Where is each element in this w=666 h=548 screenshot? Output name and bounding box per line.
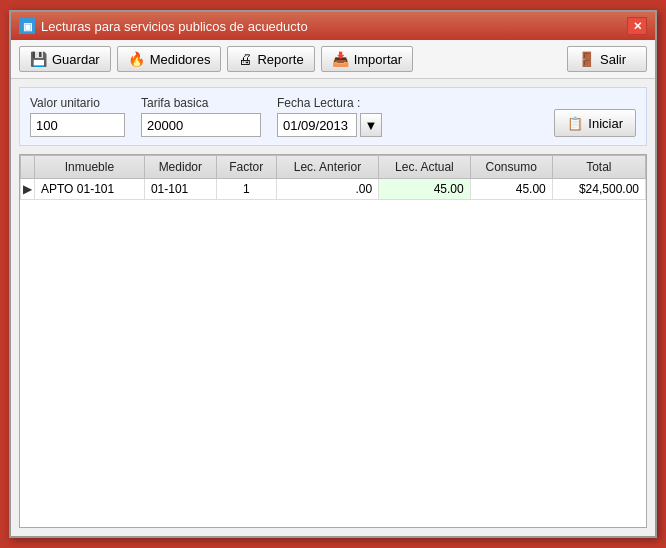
data-table: Inmueble Medidor Factor Lec. Anterior Le… — [20, 155, 646, 200]
report-icon: 🖨 — [238, 51, 252, 67]
col-inmueble: Inmueble — [35, 156, 145, 179]
exit-icon: 🚪 — [578, 51, 595, 67]
col-lec-anterior: Lec. Anterior — [276, 156, 379, 179]
form-section: Valor unitario Tarifa basica Fecha Lectu… — [19, 87, 647, 146]
title-bar: ▣ Lecturas para servicios publicos de ac… — [11, 12, 655, 40]
cell-inmueble: APTO 01-101 — [35, 179, 145, 200]
date-group: ▼ — [277, 113, 382, 137]
importar-button[interactable]: 📥 Importar — [321, 46, 413, 72]
fecha-lectura-input[interactable] — [277, 113, 357, 137]
save-icon: 💾 — [30, 51, 47, 67]
fecha-lectura-label: Fecha Lectura : — [277, 96, 382, 110]
calendar-icon: ▼ — [365, 118, 378, 133]
col-arrow — [21, 156, 35, 179]
col-consumo: Consumo — [470, 156, 552, 179]
salir-button[interactable]: 🚪 Salir — [567, 46, 647, 72]
tarifa-basica-input[interactable] — [141, 113, 261, 137]
fecha-lectura-group: Fecha Lectura : ▼ — [277, 96, 382, 137]
data-table-container: Inmueble Medidor Factor Lec. Anterior Le… — [19, 154, 647, 528]
cell-consumo: 45.00 — [470, 179, 552, 200]
col-factor: Factor — [216, 156, 276, 179]
import-icon: 📥 — [332, 51, 349, 67]
col-lec-actual: Lec. Actual — [379, 156, 470, 179]
col-medidor: Medidor — [144, 156, 216, 179]
table-body: ▶ APTO 01-101 01-101 1 .00 45.00 45.00 $… — [21, 179, 646, 200]
reporte-button[interactable]: 🖨 Reporte — [227, 46, 314, 72]
cell-lec-anterior: .00 — [276, 179, 379, 200]
valor-unitario-group: Valor unitario — [30, 96, 125, 137]
tarifa-basica-group: Tarifa basica — [141, 96, 261, 137]
fire-icon: 🔥 — [128, 51, 145, 67]
valor-unitario-input[interactable] — [30, 113, 125, 137]
valor-unitario-label: Valor unitario — [30, 96, 125, 110]
toolbar: 💾 Guardar 🔥 Medidores 🖨 Reporte 📥 Import… — [11, 40, 655, 79]
cell-medidor: 01-101 — [144, 179, 216, 200]
medidores-button[interactable]: 🔥 Medidores — [117, 46, 222, 72]
app-icon: ▣ — [19, 18, 35, 34]
tarifa-basica-label: Tarifa basica — [141, 96, 261, 110]
cell-lec-actual[interactable]: 45.00 — [379, 179, 470, 200]
table-row[interactable]: ▶ APTO 01-101 01-101 1 .00 45.00 45.00 $… — [21, 179, 646, 200]
guardar-button[interactable]: 💾 Guardar — [19, 46, 111, 72]
cell-total: $24,500.00 — [552, 179, 645, 200]
col-total: Total — [552, 156, 645, 179]
calendar-button[interactable]: ▼ — [360, 113, 382, 137]
cell-factor: 1 — [216, 179, 276, 200]
row-arrow: ▶ — [21, 179, 35, 200]
table-header-row: Inmueble Medidor Factor Lec. Anterior Le… — [21, 156, 646, 179]
main-window: ▣ Lecturas para servicios publicos de ac… — [9, 10, 657, 538]
close-button[interactable]: ✕ — [627, 17, 647, 35]
window-title: Lecturas para servicios publicos de acue… — [41, 19, 308, 34]
iniciar-icon: 📋 — [567, 116, 583, 131]
iniciar-button[interactable]: 📋 Iniciar — [554, 109, 636, 137]
